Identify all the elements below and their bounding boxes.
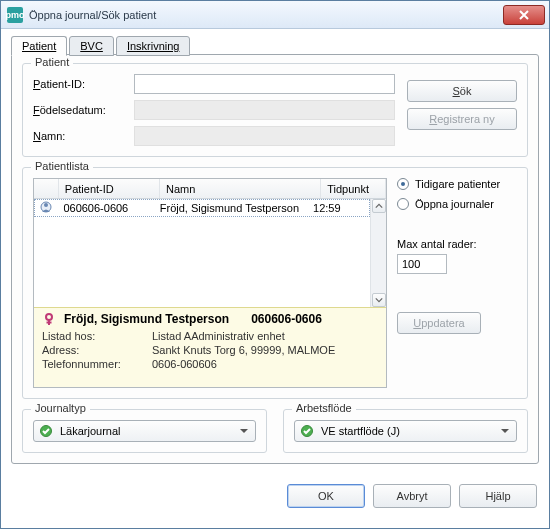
close-icon [519, 10, 529, 20]
chevron-down-icon [237, 424, 251, 438]
scroll-up-button[interactable] [372, 199, 386, 213]
dialog-footer: OK Avbryt Hjälp [1, 474, 549, 520]
tab-inskrivning[interactable]: Inskrivning [116, 36, 191, 56]
col-icon[interactable] [34, 179, 59, 198]
detail-phone-label: Telefonnummer: [42, 358, 152, 370]
chevron-up-icon [375, 202, 383, 210]
svg-point-2 [46, 314, 52, 320]
col-name[interactable]: Namn [160, 179, 321, 198]
tab-patient[interactable]: Patient [11, 36, 67, 56]
status-dot-icon [301, 425, 313, 437]
chevron-down-icon [375, 296, 383, 304]
search-button[interactable]: Sök [407, 80, 517, 102]
journaltype-legend: Journaltyp [31, 402, 90, 414]
workflow-group: Arbetsflöde VE startflöde (J) [283, 409, 528, 453]
max-rows-input[interactable] [397, 254, 447, 274]
tab-panel: Patient Patient-ID: Födelsedatum: Namn: [11, 54, 539, 464]
list-header: Patient-ID Namn Tidpunkt [34, 179, 386, 199]
col-time[interactable]: Tidpunkt [321, 179, 386, 198]
journaltype-select[interactable]: Läkarjournal [33, 420, 256, 442]
detail-phone-value: 0606-060606 [152, 358, 217, 370]
row-status-icon [35, 201, 57, 215]
tab-patient-label: Patient [22, 40, 56, 52]
patientlist-legend: Patientlista [31, 160, 93, 172]
detail-listed-value: Listad AAdministrativ enhet [152, 330, 285, 342]
col-patient-id[interactable]: Patient-ID [59, 179, 160, 198]
workflow-legend: Arbetsflöde [292, 402, 356, 414]
row-id: 060606-0606 [57, 200, 153, 216]
list-detail-panel: Fröjd, Sigismund Testperson 060606-0606 … [34, 307, 386, 387]
titlebar: pmo Öppna journal/Sök patient [1, 1, 549, 29]
input-patient-id[interactable] [134, 74, 395, 94]
update-button[interactable]: Uppdatera [397, 312, 481, 334]
patient-listbox: Patient-ID Namn Tidpunkt 060606-0606 Frö… [33, 178, 387, 388]
journaltype-value: Läkarjournal [60, 425, 121, 437]
detail-listed-label: Listad hos: [42, 330, 152, 342]
svg-point-1 [44, 203, 48, 207]
chevron-down-icon [498, 424, 512, 438]
tab-bar: Patient BVC Inskrivning [11, 35, 539, 55]
patientlist-group: Patientlista Patient-ID Namn Tidpunkt [22, 167, 528, 399]
patient-group: Patient Patient-ID: Födelsedatum: Namn: [22, 63, 528, 157]
radio-prev-patients[interactable]: Tidigare patienter [397, 178, 517, 190]
tab-inskrivning-label: Inskrivning [127, 40, 180, 52]
cancel-button[interactable]: Avbryt [373, 484, 451, 508]
status-dot-icon [40, 425, 52, 437]
input-name [134, 126, 395, 146]
detail-id: 060606-0606 [251, 312, 322, 326]
window-title: Öppna journal/Sök patient [29, 9, 503, 21]
radio-icon [397, 178, 409, 190]
table-row[interactable]: 060606-0606 Fröjd, Sigismund Testperson … [34, 199, 370, 217]
register-new-button[interactable]: Registrera ny [407, 108, 517, 130]
radio-open-journals[interactable]: Öppna journaler [397, 198, 517, 210]
label-birth: Födelsedatum: [33, 104, 128, 116]
female-icon [42, 312, 56, 326]
journaltype-group: Journaltyp Läkarjournal [22, 409, 267, 453]
help-button[interactable]: Hjälp [459, 484, 537, 508]
patient-legend: Patient [31, 56, 73, 68]
workflow-value: VE startflöde (J) [321, 425, 400, 437]
max-rows-label: Max antal rader: [397, 238, 517, 250]
close-button[interactable] [503, 5, 545, 25]
tab-bvc-label: BVC [80, 40, 103, 52]
label-name: Namn: [33, 130, 128, 142]
scroll-down-button[interactable] [372, 293, 386, 307]
radio-icon [397, 198, 409, 210]
row-time: 12:59 [307, 200, 369, 216]
detail-name: Fröjd, Sigismund Testperson [64, 312, 229, 326]
input-birth [134, 100, 395, 120]
workflow-select[interactable]: VE startflöde (J) [294, 420, 517, 442]
detail-address-value: Sankt Knuts Torg 6, 99999, MALMOE [152, 344, 335, 356]
tab-bvc[interactable]: BVC [69, 36, 114, 56]
label-patient-id: Patient-ID: [33, 78, 128, 90]
list-scrollbar[interactable] [370, 199, 386, 307]
ok-button[interactable]: OK [287, 484, 365, 508]
detail-address-label: Adress: [42, 344, 152, 356]
row-name: Fröjd, Sigismund Testperson [154, 200, 307, 216]
app-icon: pmo [7, 7, 23, 23]
